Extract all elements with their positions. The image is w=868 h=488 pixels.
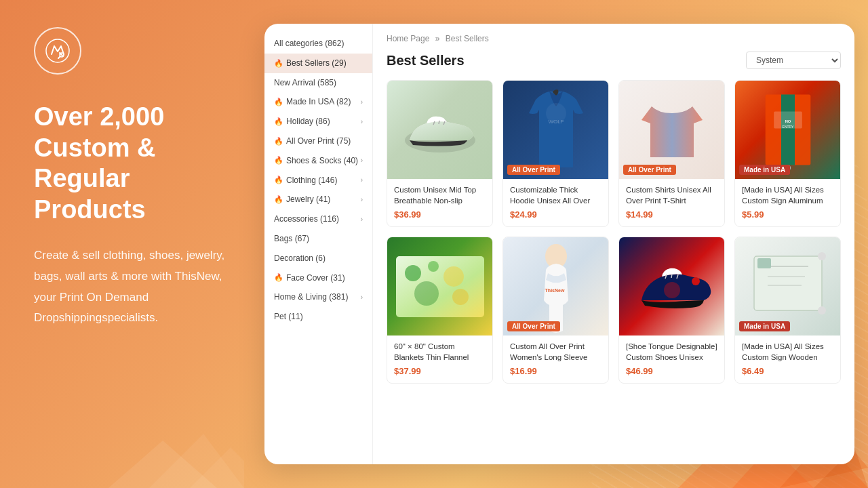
product-image: ThisNew All Over Print — [503, 237, 608, 336]
svg-point-21 — [428, 261, 439, 272]
chevron-icon: › — [361, 156, 363, 165]
sidebar-item-jewelry[interactable]: 🔥Jewelry (41)› — [264, 190, 372, 209]
sidebar: All categories (862)🔥Best Sellers (29)Ne… — [264, 24, 373, 464]
fire-icon: 🔥 — [274, 58, 283, 68]
sort-select[interactable]: SystemPrice: Low to HighPrice: High to L… — [746, 52, 841, 69]
product-image: WOLF All Over Print — [503, 81, 608, 179]
product-name: [Shoe Tongue Designable] Custom Shoes Un… — [626, 341, 717, 363]
sidebar-item-bags[interactable]: Bags (67) — [264, 229, 372, 249]
product-image — [387, 237, 492, 336]
main-card: All categories (862)🔥Best Sellers (29)Ne… — [264, 24, 854, 464]
product-price: $5.99 — [742, 209, 833, 220]
sidebar-label: Face Cover (31) — [286, 272, 363, 284]
product-info: [Made in USA] All Sizes Custom Sign Wood… — [735, 336, 840, 383]
product-name: 60" × 80" Custom Blankets Thin Flannel B… — [394, 341, 486, 363]
breadcrumb-home[interactable]: Home Page — [387, 34, 429, 43]
product-card-prod3[interactable]: All Over Print Custom Shirts Unisex All … — [618, 80, 725, 227]
sidebar-label: Accessories (116) — [274, 214, 361, 225]
headline: Over 2,000 Custom & Regular Products — [34, 102, 237, 225]
svg-text:ENTRY: ENTRY — [782, 125, 794, 129]
product-info: Custom Unisex Mid Top Breathable Non-sli… — [387, 179, 492, 226]
breadcrumb-separator: » — [435, 34, 440, 43]
sidebar-label: Clothing (146) — [286, 175, 361, 186]
product-card-prod7[interactable]: [Shoe Tongue Designable] Custom Shoes Un… — [618, 237, 725, 384]
product-name: Custom Unisex Mid Top Breathable Non-sli… — [394, 184, 486, 206]
fire-icon: 🔥 — [274, 97, 283, 107]
product-card-prod2[interactable]: WOLF All Over Print Customizable Thick H… — [502, 80, 609, 227]
sidebar-item-made-in-usa[interactable]: 🔥Made In USA (82)› — [264, 92, 372, 112]
product-price: $16.99 — [510, 366, 601, 376]
product-card-prod6[interactable]: ThisNew All Over Print Custom All Over P… — [502, 237, 609, 384]
product-name: [Made in USA] All Sizes Custom Sign Wood… — [742, 341, 833, 363]
sidebar-item-accessories[interactable]: Accessories (116)› — [264, 209, 372, 229]
breadcrumb: Home Page » Best Sellers — [387, 34, 841, 43]
sidebar-label: Holiday (86) — [286, 116, 361, 127]
main-content: Home Page » Best Sellers Best Sellers Sy… — [373, 24, 854, 464]
product-info: [Made in USA] All Sizes Custom Sign Alum… — [735, 179, 840, 226]
sidebar-item-home-living[interactable]: Home & Living (381)› — [264, 287, 372, 307]
svg-point-36 — [818, 306, 826, 314]
chevron-icon: › — [361, 293, 363, 302]
sidebar-label: New Arrival (585) — [274, 77, 363, 89]
description: Create & sell clothing, shoes, jewelry, … — [34, 245, 237, 328]
svg-point-28 — [692, 277, 700, 285]
product-image: NO ENTRY Made in USA — [735, 81, 840, 179]
sidebar-item-all-categories[interactable]: All categories (862) — [264, 34, 372, 54]
product-price: $14.99 — [626, 209, 717, 220]
svg-rect-34 — [757, 258, 771, 268]
product-badge: All Over Print — [507, 321, 560, 331]
product-price: $24.99 — [510, 209, 601, 220]
chevron-icon: › — [361, 215, 363, 224]
product-price: $37.99 — [394, 366, 486, 376]
sidebar-item-face-cover[interactable]: 🔥Face Cover (31) — [264, 268, 372, 288]
sidebar-item-all-over-print[interactable]: 🔥All Over Print (75) — [264, 131, 372, 151]
product-image — [387, 81, 492, 179]
product-name: [Made in USA] All Sizes Custom Sign Alum… — [742, 184, 833, 206]
page-title: Best Sellers — [387, 53, 465, 68]
sidebar-label: Decoration (6) — [274, 253, 363, 264]
logo-icon — [45, 38, 71, 64]
fire-icon: 🔥 — [274, 195, 283, 205]
svg-rect-19 — [396, 256, 484, 317]
svg-line-9 — [58, 56, 60, 58]
sidebar-item-new-arrival[interactable]: New Arrival (585) — [264, 73, 372, 93]
product-name: Customizable Thick Hoodie Unisex All Ove… — [510, 184, 601, 206]
product-image: Made in USA — [735, 237, 840, 336]
fire-icon: 🔥 — [274, 117, 283, 127]
sidebar-label: All Over Print (75) — [286, 136, 363, 147]
product-card-prod8[interactable]: Made in USA [Made in USA] All Sizes Cust… — [734, 237, 841, 384]
svg-point-23 — [414, 281, 439, 306]
product-price: $36.99 — [394, 209, 486, 220]
chevron-icon: › — [361, 176, 363, 185]
svg-rect-14 — [781, 94, 795, 165]
product-card-prod4[interactable]: NO ENTRY Made in USA [Made in USA] All S… — [734, 80, 841, 227]
product-badge: All Over Print — [623, 165, 676, 175]
product-badge: Made in USA — [739, 165, 790, 175]
fire-icon: 🔥 — [274, 272, 283, 283]
sidebar-item-holiday[interactable]: 🔥Holiday (86)› — [264, 112, 372, 131]
svg-point-20 — [405, 265, 421, 281]
product-name: Custom All Over Print Women's Long Sleev… — [510, 341, 601, 363]
sidebar-item-shoes-socks[interactable]: 🔥Shoes & Socks (40)› — [264, 151, 372, 171]
product-info: [Shoe Tongue Designable] Custom Shoes Un… — [619, 336, 724, 383]
sidebar-item-pet[interactable]: Pet (11) — [264, 307, 372, 327]
sidebar-item-decoration[interactable]: Decoration (6) — [264, 249, 372, 268]
product-price: $6.49 — [742, 366, 833, 376]
product-badge: Made in USA — [739, 321, 790, 331]
fire-icon: 🔥 — [274, 155, 283, 165]
chevron-icon: › — [361, 117, 363, 127]
sidebar-label: Shoes & Socks (40) — [286, 155, 361, 167]
sidebar-label: Jewelry (41) — [286, 194, 361, 205]
product-info: Customizable Thick Hoodie Unisex All Ove… — [503, 179, 608, 226]
chevron-icon: › — [361, 98, 363, 107]
chevron-icon: › — [361, 195, 363, 205]
svg-text:WOLF: WOLF — [548, 119, 564, 125]
product-card-prod1[interactable]: Custom Unisex Mid Top Breathable Non-sli… — [387, 80, 493, 227]
fire-icon: 🔥 — [274, 136, 283, 146]
product-badge: All Over Print — [507, 165, 560, 175]
product-card-prod5[interactable]: 60" × 80" Custom Blankets Thin Flannel B… — [387, 237, 493, 384]
sidebar-label: All categories (862) — [274, 38, 363, 49]
breadcrumb-current: Best Sellers — [446, 34, 489, 43]
sidebar-item-best-sellers[interactable]: 🔥Best Sellers (29) — [264, 54, 372, 73]
sidebar-item-clothing[interactable]: 🔥Clothing (146)› — [264, 171, 372, 190]
